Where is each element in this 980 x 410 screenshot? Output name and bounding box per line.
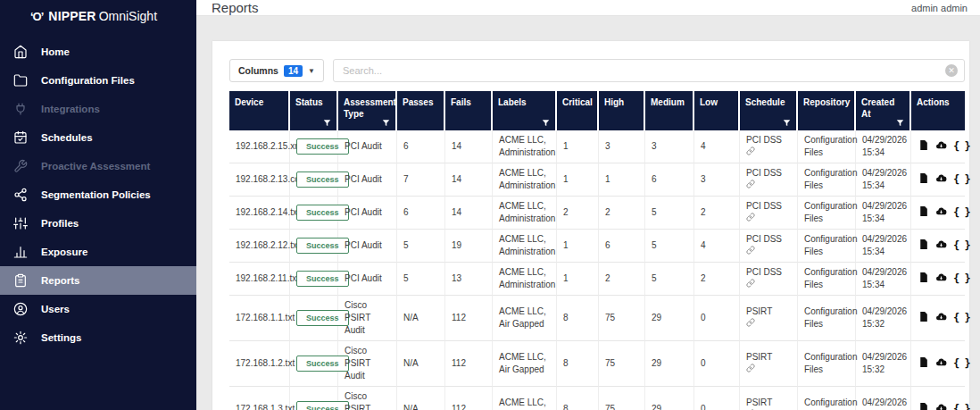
brand-logo: ‘O’ NIPPER OmniSight [0,0,196,32]
schedule-name: PSIRT [746,397,791,409]
sidebar-item-proactive-assessment[interactable]: Proactive Assessment [0,152,196,180]
cell-low: 0 [694,341,740,387]
columns-dropdown[interactable]: Columns 14 ▼ [229,59,324,82]
json-braces-icon[interactable]: { } [953,238,970,254]
cell-passes: N/A [397,341,445,387]
cell-schedule: PCI DSS [740,230,798,263]
cell-passes: N/A [397,387,445,410]
status-badge[interactable]: Success [296,138,349,155]
schedule-link-icon[interactable] [746,180,755,192]
page-title: Reports [212,0,259,15]
table-row: 192.168.2.12.txtSuccessPCI Audit519ACME … [229,230,965,263]
column-label: Device [235,97,263,107]
column-label: Low [700,97,718,107]
table-row: 172.168.1.1.txtSuccessCisco PSIRT AuditN… [229,296,965,341]
wrench-icon [0,159,41,173]
filter-funnel-icon[interactable] [382,118,390,126]
schedule-link-icon[interactable] [746,213,755,225]
report-document-icon[interactable] [918,402,929,410]
status-badge[interactable]: Success [296,172,349,188]
download-cloud-icon[interactable] [935,139,947,155]
json-braces-icon[interactable]: { } [953,402,970,410]
download-cloud-icon[interactable] [935,172,947,188]
cell-schedule: PCI DSS [740,130,798,163]
status-badge[interactable]: Success [296,271,349,288]
gear-icon [0,331,41,345]
sidebar-item-segmentation-policies[interactable]: Segmentation Policies [0,180,196,209]
json-braces-icon[interactable]: { } [953,311,970,326]
report-document-icon[interactable] [918,311,929,326]
cell-high: 75 [599,296,645,341]
report-document-icon[interactable] [918,139,929,155]
schedule-link-icon[interactable] [746,146,755,159]
cell-fails: 112 [445,341,493,387]
sidebar-item-configuration-files[interactable]: Configuration Files [0,66,196,95]
report-document-icon[interactable] [918,238,929,254]
column-label: Assessment Type [344,97,396,119]
column-label: Schedule [745,97,785,107]
status-badge[interactable]: Success [296,356,349,372]
table-row: 192.168.2.13.confSuccessPCI Audit714ACME… [229,163,965,197]
sidebar-item-label: Exposure [41,247,87,257]
report-document-icon[interactable] [918,205,929,221]
json-braces-icon[interactable]: { } [953,172,970,188]
json-braces-icon[interactable]: { } [953,356,970,372]
search-clear-icon[interactable]: ✕ [945,64,958,77]
sidebar-item-settings[interactable]: Settings [0,323,196,352]
schedule-name: PCI DSS [746,233,791,246]
cell-created_at: 04/29/2026 15:32 [856,296,911,341]
schedule-link-icon[interactable] [746,364,755,376]
cell-labels: ACME LLC, Administration [493,197,557,230]
sidebar-item-reports[interactable]: Reports [0,266,196,295]
download-cloud-icon[interactable] [935,311,947,326]
schedule-name: PCI DSS [746,167,791,180]
download-cloud-icon[interactable] [935,205,947,221]
schedule-link-icon[interactable] [746,279,755,291]
schedule-name: PCI DSS [746,134,791,146]
column-header-medium: Medium [645,91,694,130]
sidebar-item-integrations[interactable]: Integrations [0,95,196,123]
sidebar-item-label: Users [41,304,70,314]
column-label: Critical [562,97,593,107]
filter-funnel-icon[interactable] [783,118,791,126]
download-cloud-icon[interactable] [935,356,947,372]
sidebar-item-users[interactable]: Users [0,295,196,323]
status-badge[interactable]: Success [296,310,349,327]
status-badge[interactable]: Success [296,401,349,410]
download-cloud-icon[interactable] [935,402,947,410]
sidebar-item-profiles[interactable]: Profiles [0,209,196,238]
filter-funnel-icon[interactable] [896,118,904,126]
cell-labels: ACME LLC, Air Gapped [493,341,557,387]
filter-funnel-icon[interactable] [323,118,331,126]
cell-actions: { } [911,130,965,163]
download-cloud-icon[interactable] [935,238,947,254]
search-input[interactable] [333,59,965,82]
sidebar-item-schedules[interactable]: Schedules [0,123,196,152]
filter-funnel-icon[interactable] [542,118,550,126]
schedule-link-icon[interactable] [746,246,755,258]
sidebar-item-home[interactable]: Home [0,38,196,66]
report-document-icon[interactable] [918,272,929,287]
cell-low: 0 [694,296,740,341]
user-menu[interactable]: admin admin [911,3,968,13]
json-braces-icon[interactable]: { } [953,272,970,287]
schedule-link-icon[interactable] [746,318,755,331]
cell-high: 2 [599,263,645,296]
json-braces-icon[interactable]: { } [953,205,970,221]
status-badge[interactable]: Success [296,238,349,255]
cell-low: 2 [694,263,740,296]
cell-fails: 14 [445,197,493,230]
json-braces-icon[interactable]: { } [953,139,970,155]
report-document-icon[interactable] [918,356,929,372]
column-label: Medium [651,97,685,107]
status-badge[interactable]: Success [296,205,349,222]
schedule-name: PSIRT [746,351,791,364]
column-header-repository: Repository [798,91,856,130]
cell-low: 2 [694,197,740,230]
column-header-low: Low [694,91,740,130]
report-document-icon[interactable] [918,172,929,188]
cell-passes: 6 [397,197,445,230]
table-toolbar: Columns 14 ▼ ✕ [229,59,965,82]
sidebar-item-exposure[interactable]: Exposure [0,238,196,266]
download-cloud-icon[interactable] [935,272,947,287]
